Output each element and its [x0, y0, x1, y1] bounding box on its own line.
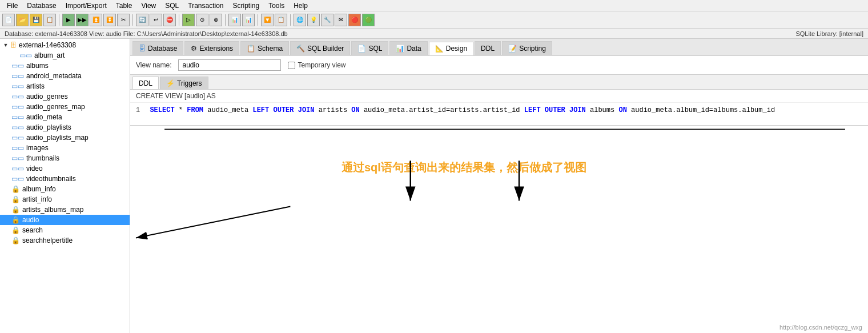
tab-extensions-icon: ⚙: [191, 45, 197, 53]
toolbar-btn21[interactable]: 🔴: [348, 14, 361, 26]
sidebar-item-audio[interactable]: 🔒 audio: [0, 215, 130, 225]
toolbar-btn8[interactable]: ⏬: [103, 14, 116, 26]
tab-sql-label: SQL: [368, 45, 382, 53]
tab-sql-icon: 📄: [357, 45, 366, 53]
sidebar-item-searchhelpertitle[interactable]: 🔒 searchhelpertitle: [0, 235, 130, 246]
table-icon9: ▭▭: [11, 134, 24, 142]
tab-sql[interactable]: 📄 SQL: [351, 41, 388, 55]
toolbar-sep3: [179, 14, 179, 26]
toolbar-open[interactable]: 📂: [16, 14, 29, 26]
sidebar-item-videothumbnails[interactable]: ▭▭ videothumbnails: [0, 174, 130, 184]
table-icon12: ▭▭: [11, 165, 24, 172]
sidebar-item-images[interactable]: ▭▭ images: [0, 143, 130, 153]
temp-view-checkbox[interactable]: [288, 62, 295, 69]
menu-scripting[interactable]: Scripting: [228, 1, 264, 11]
sidebar-root-item[interactable]: ▼ 🗄 external-14e63308: [0, 40, 130, 50]
toolbar-btn7[interactable]: ⏫: [90, 14, 102, 26]
sidebar-item-audio-genres-map[interactable]: ▭▭ audio_genres_map: [0, 102, 130, 112]
menu-importexport[interactable]: Import/Export: [61, 1, 111, 11]
menu-tools[interactable]: Tools: [264, 1, 289, 11]
toolbar-btn20[interactable]: ✉: [335, 14, 347, 26]
sidebar-item-audio-playlists-map[interactable]: ▭▭ audio_playlists_map: [0, 133, 130, 143]
sidebar-item-audio-genres[interactable]: ▭▭ audio_genres: [0, 91, 130, 102]
view-icon1: 🔒: [11, 185, 20, 193]
table-icon: ▭▭: [19, 51, 32, 59]
tab-design[interactable]: 📐 Design: [429, 42, 473, 55]
view-icon3: 🔒: [11, 206, 20, 214]
view-name-input[interactable]: [178, 59, 281, 71]
toolbar-btn15[interactable]: 📊: [242, 14, 255, 26]
toolbar-btn22[interactable]: 🟢: [362, 14, 375, 26]
toolbar-btn4[interactable]: 📋: [43, 14, 56, 26]
tab-sqlbuilder-icon: 🔨: [296, 45, 305, 53]
toolbar-btn17[interactable]: 🌐: [294, 14, 306, 26]
temp-view-label: Temporary view: [288, 61, 345, 69]
toolbar-btn13[interactable]: ⊗: [210, 14, 222, 26]
menu-table[interactable]: Table: [111, 1, 137, 11]
menu-help[interactable]: Help: [289, 1, 312, 11]
toolbar-new[interactable]: 📄: [2, 14, 15, 26]
sidebar-item-thumbnails[interactable]: ▭▭ thumbnails: [0, 153, 130, 163]
watermark: http://blog.csdn.net/qczg_wxg: [779, 324, 862, 331]
menu-sql[interactable]: SQL: [160, 1, 183, 11]
toolbar-filter[interactable]: 🔽: [261, 14, 274, 26]
sql-table1: audio_meta: [207, 106, 252, 114]
sidebar-item-label: audio_meta: [26, 113, 62, 121]
sql-keyword-from: FROM: [187, 106, 203, 114]
sidebar-item-album-art[interactable]: ▭▭ album_art: [0, 50, 130, 61]
sidebar-item-artists-albums-map[interactable]: 🔒 artists_albums_map: [0, 204, 130, 215]
sub-tab-triggers[interactable]: ⚡ Triggers: [160, 77, 208, 89]
toolbar-stop[interactable]: ⊙: [196, 14, 208, 26]
sidebar-item-android-metadata[interactable]: ▭▭ android_metadata: [0, 71, 130, 81]
sub-tab-ddl[interactable]: DDL: [132, 77, 159, 89]
toolbar-btn18[interactable]: 💡: [307, 14, 320, 26]
tab-data[interactable]: 📊 Data: [389, 41, 427, 55]
create-view-text: CREATE VIEW [audio] AS: [136, 92, 216, 100]
toolbar-btn9[interactable]: ✂: [117, 14, 130, 26]
toolbar-btn19[interactable]: 🔧: [321, 14, 333, 26]
sidebar-item-albums[interactable]: ▭▭ albums: [0, 61, 130, 71]
menu-database[interactable]: Database: [22, 1, 61, 11]
tab-database[interactable]: 🗄 Database: [132, 41, 183, 55]
sub-tab-bar: DDL ⚡ Triggers: [130, 75, 868, 90]
sidebar-item-label: video: [26, 165, 43, 172]
menu-file[interactable]: File: [2, 1, 22, 11]
menu-transaction[interactable]: Transaction: [183, 1, 228, 11]
sidebar-item-artists[interactable]: ▭▭ artists: [0, 81, 130, 91]
table-tree-icon: [11, 52, 18, 59]
collapse-icon: ▼: [2, 42, 9, 49]
sidebar-item-label: artists_albums_map: [22, 206, 83, 214]
table-icon13: ▭▭: [11, 175, 24, 183]
toolbar-btn5[interactable]: ▶: [62, 14, 75, 26]
tab-database-icon: 🗄: [139, 45, 146, 53]
tab-schema[interactable]: 📋 Schema: [240, 41, 289, 55]
sidebar-item-audio-playlists[interactable]: ▭▭ audio_playlists: [0, 122, 130, 133]
toolbar-btn12[interactable]: ⛔: [163, 14, 176, 26]
tab-scripting[interactable]: 📝 Scripting: [502, 41, 552, 55]
menu-view[interactable]: View: [136, 1, 160, 11]
sidebar-item-artist-info[interactable]: 🔒 artist_info: [0, 194, 130, 204]
toolbar-btn14[interactable]: 📊: [228, 14, 241, 26]
table-icon2: ▭▭: [11, 62, 24, 70]
tab-extensions[interactable]: ⚙ Extensions: [184, 41, 239, 55]
sidebar-item-video[interactable]: ▭▭ video: [0, 163, 130, 174]
toolbar-btn6[interactable]: ▶▶: [76, 14, 89, 26]
toolbar-btn10[interactable]: 🔄: [136, 14, 148, 26]
annotation-arrows: [130, 126, 868, 333]
view-name-bar: View name: Temporary view: [130, 56, 868, 75]
toolbar-btn11[interactable]: ↩: [150, 14, 162, 26]
sidebar-item-search[interactable]: 🔒 search: [0, 225, 130, 235]
sidebar-item-label: audio_playlists: [26, 123, 71, 131]
sidebar-item-album-info[interactable]: 🔒 album_info: [0, 184, 130, 194]
sql-editor[interactable]: 1 SELECT * FROM audio_meta LEFT OUTER JO…: [130, 103, 868, 126]
sidebar-item-label: audio: [22, 216, 39, 224]
table-icon5: ▭▭: [11, 93, 24, 101]
sidebar-item-audio-meta[interactable]: ▭▭ audio_meta: [0, 112, 130, 122]
toolbar-btn16[interactable]: 📋: [275, 14, 287, 26]
toolbar-run[interactable]: ▷: [182, 14, 195, 26]
sql-keyword-select: SELECT: [150, 106, 174, 114]
tab-sqlbuilder[interactable]: 🔨 SQL Builder: [290, 41, 350, 55]
toolbar-save[interactable]: 💾: [30, 14, 42, 26]
annotation-area: 通过sql语句查询出来的结果集，然后做成了视图 http:/: [130, 126, 868, 333]
tab-ddl[interactable]: DDL: [475, 41, 501, 55]
